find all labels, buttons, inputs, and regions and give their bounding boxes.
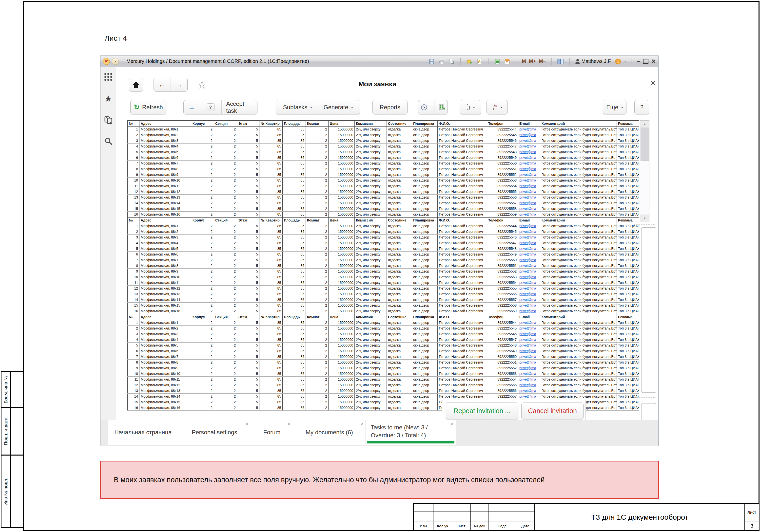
email-link[interactable]: privet@ma — [519, 338, 536, 341]
email-link[interactable]: privet@ma — [519, 139, 536, 143]
email-link[interactable]: privet@ma — [519, 366, 536, 370]
main-menu-dropdown-button[interactable]: ▼ — [112, 58, 119, 65]
scrollbar-thumb[interactable] — [641, 128, 649, 161]
table-row[interactable]: 6Мосфильмовская, 88к622585852150000002%,… — [128, 155, 640, 160]
generate-button[interactable]: Generate▾ — [319, 100, 357, 114]
repeat-invitation-button[interactable]: Repeat invitation ... — [446, 403, 518, 419]
accept-task-button[interactable]: Accept task — [221, 100, 257, 114]
table-row[interactable]: 6Мосфильмовская, 88к622585852150000002%,… — [128, 251, 640, 257]
reports-button[interactable]: Reports — [372, 100, 407, 114]
tab-forum[interactable]: Forum× — [251, 420, 293, 445]
email-link[interactable]: privet@ma — [519, 155, 536, 159]
favorites-icon[interactable]: ★ — [104, 94, 112, 103]
table-row[interactable]: 16Мосфильмовская, 88к1622585852150000002… — [128, 212, 640, 218]
table-row[interactable]: 1Мосфильмовская, 88к122585852150000002%,… — [128, 126, 640, 132]
print-preview-icon[interactable] — [448, 58, 455, 65]
tab-close-icon[interactable]: × — [360, 421, 363, 427]
email-link[interactable]: privet@ma — [519, 246, 536, 250]
email-link[interactable]: privet@ma — [519, 343, 536, 347]
save-icon[interactable] — [428, 58, 435, 65]
email-link[interactable]: privet@ma — [519, 275, 536, 279]
table-row[interactable]: 15Мосфильмовская, 88к1522585852150000002… — [128, 206, 640, 212]
flag-button[interactable]: ▾ — [487, 100, 508, 114]
email-link[interactable]: privet@ma — [519, 212, 536, 216]
email-link[interactable]: privet@ma — [519, 127, 536, 131]
table-row[interactable]: 8Мосфильмовская, 88к822585852150000002%,… — [128, 360, 640, 365]
table-row[interactable]: 3Мосфильмовская, 88к322585852150000002%,… — [128, 331, 640, 337]
email-link[interactable]: privet@ma — [519, 241, 536, 245]
email-link[interactable]: privet@ma — [519, 377, 536, 381]
table-row[interactable]: 4Мосфильмовская, 88к422585852150000002%,… — [128, 337, 640, 342]
memory-store-button[interactable]: M — [522, 59, 526, 64]
table-row[interactable]: 10Мосфильмовская, 88к1022585852150000002… — [128, 178, 640, 183]
tab-tasks-to-me[interactable]: Tasks to me (New: 3 / Overdue: 3 / Total… — [366, 420, 456, 445]
email-link[interactable]: privet@ma — [519, 355, 536, 359]
clock-button[interactable] — [416, 100, 432, 114]
email-link[interactable]: privet@ma — [519, 326, 536, 330]
table-row[interactable]: 12Мосфильмовская, 88к1222585852150000002… — [128, 286, 640, 291]
email-link[interactable]: privet@ma — [519, 178, 536, 182]
email-link[interactable]: privet@ma — [519, 133, 536, 137]
tab-close-icon[interactable]: × — [288, 421, 290, 427]
requests-table[interactable]: №АдресКорпусСекцияЭтаж№ КвартирПлощадьКо… — [127, 120, 639, 411]
table-row[interactable]: 5Мосфильмовская, 88к522585852150000002%,… — [128, 342, 640, 348]
memory-add-button[interactable]: M+ — [529, 59, 536, 64]
email-link[interactable]: privet@ma — [519, 224, 536, 228]
chevron-down-icon[interactable]: ▾ — [625, 60, 626, 63]
table-row[interactable]: 4Мосфильмовская, 88к422585852150000002%,… — [128, 240, 640, 246]
table-row[interactable]: 13Мосфильмовская, 88к1322585852150000002… — [128, 195, 640, 200]
table-row[interactable]: 6Мосфильмовская, 88к622585852150000002%,… — [128, 348, 640, 354]
table-row[interactable]: 1Мосфильмовская, 88к122585852150000002%,… — [128, 223, 640, 229]
email-link[interactable]: privet@ma — [519, 372, 536, 376]
table-row[interactable]: 14Мосфильмовская, 88к1422585852150000002… — [128, 200, 640, 206]
split-view-icon[interactable] — [557, 58, 564, 65]
table-row[interactable]: 12Мосфильмовская, 88к1222585852150000002… — [128, 382, 640, 388]
table-row[interactable]: 7Мосфильмовская, 88к722585852150000002%,… — [128, 354, 640, 360]
table-row[interactable]: 7Мосфильмовская, 88к722585852150000002%,… — [128, 257, 640, 263]
table-row[interactable]: 2Мосфильмовская, 88к222585852150000002%,… — [128, 132, 640, 138]
table-row[interactable]: 10Мосфильмовская, 88к1022585852150000002… — [128, 274, 640, 280]
table-row[interactable]: 5Мосфильмовская, 88к522585852150000002%,… — [128, 149, 640, 155]
email-link[interactable]: privet@ma — [519, 303, 536, 307]
email-link[interactable]: privet@ma — [519, 201, 536, 205]
email-link[interactable]: privet@ma — [519, 230, 536, 234]
table-row[interactable]: 3Мосфильмовская, 88к322585852150000002%,… — [128, 235, 640, 240]
add-structure-button[interactable] — [434, 100, 450, 114]
email-link[interactable]: privet@ma — [519, 167, 536, 171]
email-link[interactable]: privet@ma — [519, 144, 536, 148]
email-link[interactable]: privet@ma — [519, 321, 536, 325]
table-row[interactable]: 13Мосфильмовская, 88к1322585852150000002… — [128, 388, 640, 394]
add-favorite-icon[interactable] — [466, 58, 473, 65]
favorites-page-icon[interactable] — [476, 58, 483, 65]
table-row[interactable]: 9Мосфильмовская, 88к922585852150000002%,… — [128, 365, 640, 371]
table-row[interactable]: 14Мосфильмовская, 88к1422585852150000002… — [128, 394, 640, 399]
memory-subtract-button[interactable]: M− — [539, 59, 546, 64]
email-link[interactable]: privet@ma — [519, 258, 536, 262]
table-row[interactable]: 8Мосфильмовская, 88к822585852150000002%,… — [128, 263, 640, 269]
email-link[interactable]: privet@ma — [519, 292, 536, 296]
help-button[interactable]: ? — [634, 100, 649, 114]
email-link[interactable]: privet@ma — [519, 287, 536, 290]
email-link[interactable]: privet@ma — [519, 150, 536, 154]
more-button[interactable]: Еще ▾ — [603, 100, 627, 114]
table-row[interactable]: 11Мосфильмовская, 88к1122585852150000002… — [128, 377, 640, 382]
table-row[interactable]: 15Мосфильмовская, 88к1522585852150000002… — [128, 303, 640, 308]
refresh-button[interactable]: ↻ Refresh — [130, 100, 166, 114]
current-user[interactable]: Matthews J.F. — [575, 59, 612, 64]
table-row[interactable]: 3Мосфильмовская, 88к322585852150000002%,… — [128, 138, 640, 144]
email-link[interactable]: privet@ma — [519, 184, 536, 188]
email-link[interactable]: privet@ma — [519, 173, 536, 177]
table-row[interactable]: 13Мосфильмовская, 88к1322585852150000002… — [128, 291, 640, 297]
email-link[interactable]: privet@ma — [519, 195, 536, 199]
calculator-icon[interactable] — [494, 58, 501, 65]
table-row[interactable]: 1Мосфильмовская, 88к122585852150000002%,… — [128, 320, 640, 326]
email-link[interactable]: privet@ma — [519, 360, 536, 364]
table-row[interactable]: 5Мосфильмовская, 88к522585852150000002%,… — [128, 246, 640, 251]
table-row[interactable]: 2Мосфильмовская, 88к222585852150000002%,… — [128, 326, 640, 331]
table-row[interactable]: 11Мосфильмовская, 88к1122585852150000002… — [128, 183, 640, 189]
email-link[interactable]: privet@ma — [519, 264, 536, 268]
table-row[interactable]: 9Мосфильмовская, 88к922585852150000002%,… — [128, 269, 640, 274]
email-link[interactable]: privet@ma — [519, 190, 536, 194]
form-close-icon[interactable]: ✕ — [650, 79, 656, 87]
calendar-icon[interactable]: 31 — [504, 58, 511, 65]
